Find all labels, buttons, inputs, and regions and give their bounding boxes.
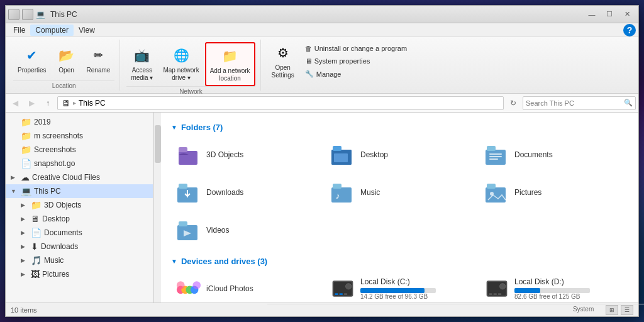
svg-rect-11 bbox=[489, 158, 498, 160]
forward-button[interactable]: ▶ bbox=[25, 96, 38, 110]
maximize-button[interactable]: ☐ bbox=[601, 6, 618, 23]
svg-rect-33 bbox=[344, 293, 347, 295]
sidebar-item-screenshots2[interactable]: 📁 Screenshots bbox=[6, 143, 153, 157]
sidebar-scroll-thumb[interactable] bbox=[155, 125, 161, 163]
search-input[interactable] bbox=[526, 99, 624, 107]
title-bar: 💻 This PC — ☐ ✕ bbox=[6, 6, 638, 23]
svg-rect-39 bbox=[498, 293, 501, 295]
sidebar-item-downloads[interactable]: ▶ ⬇ Downloads bbox=[6, 240, 153, 253]
device-item-local-d[interactable]: Local Disk (D:) 82.6 GB free of 125 GB bbox=[479, 272, 628, 303]
folders-section-header[interactable]: ▼ Folders (7) bbox=[171, 123, 628, 132]
open-icon: 📂 bbox=[57, 45, 77, 65]
close-button[interactable]: ✕ bbox=[618, 6, 636, 23]
ribbon-add-network-button[interactable]: 📁 Add a networklocation bbox=[205, 42, 255, 86]
sidebar: 📁 2019 📁 m screenshots 📁 Screenshots 📄 s… bbox=[6, 113, 153, 303]
folder-item-videos[interactable]: Videos bbox=[171, 214, 320, 247]
quick-access-1[interactable] bbox=[8, 9, 19, 20]
rename-icon: ✏ bbox=[88, 45, 108, 65]
folder-icon: 📁 bbox=[31, 200, 42, 210]
sidebar-item-2019[interactable]: 📁 2019 bbox=[6, 115, 153, 129]
sidebar-scrollbar[interactable] bbox=[153, 113, 161, 303]
devices-section-header[interactable]: ▼ Devices and drives (3) bbox=[171, 257, 628, 266]
pc-icon: 💻 bbox=[21, 186, 31, 196]
menu-computer[interactable]: Computer bbox=[30, 25, 74, 36]
pictures-info: Pictures bbox=[514, 188, 541, 197]
sidebar-item-screenshots[interactable]: 📁 m screenshots bbox=[6, 129, 153, 143]
expand-icon: ▶ bbox=[21, 257, 28, 264]
devices-chevron-icon: ▼ bbox=[171, 258, 177, 265]
folders-grid: 3D Objects Desktop bbox=[171, 138, 628, 247]
ribbon-rename-button[interactable]: ✏ Rename bbox=[82, 42, 115, 77]
cloud-icon: ☁ bbox=[21, 172, 30, 182]
help-button[interactable]: ? bbox=[623, 24, 636, 36]
sidebar-label-snapshot: snapshot.go bbox=[34, 159, 75, 168]
system-props-label: System properties bbox=[314, 57, 370, 65]
ribbon-manage-button[interactable]: 🔧 Manage bbox=[301, 69, 411, 79]
minimize-button[interactable]: — bbox=[583, 6, 601, 23]
music-name: Music bbox=[360, 188, 380, 197]
open-label: Open bbox=[58, 67, 74, 74]
folder-item-music[interactable]: ♪ Music bbox=[325, 176, 474, 209]
sidebar-item-music[interactable]: ▶ 🎵 Music bbox=[6, 253, 153, 267]
documents-name: Documents bbox=[514, 150, 553, 159]
network-buttons: 📺 Accessmedia ▾ 🌐 Map networkdrive ▾ 📁 A… bbox=[126, 40, 255, 86]
menu-view[interactable]: View bbox=[74, 25, 100, 36]
ribbon-open-button[interactable]: 📂 Open bbox=[52, 42, 81, 77]
ribbon-access-media-button[interactable]: 📺 Accessmedia ▾ bbox=[126, 42, 157, 85]
ribbon-properties-button[interactable]: ✔ Properties bbox=[13, 42, 51, 77]
ribbon-open-settings-button[interactable]: ⚙ OpenSettings bbox=[267, 40, 299, 82]
sidebar-item-this-pc[interactable]: ▼ 💻 This PC bbox=[6, 184, 153, 198]
ribbon: ✔ Properties 📂 Open ✏ Rename Location 📺 bbox=[6, 37, 638, 94]
sidebar-item-snapshot[interactable]: 📄 snapshot.go bbox=[6, 157, 153, 170]
folder-item-documents[interactable]: Documents bbox=[479, 138, 628, 171]
ribbon-system-props-button[interactable]: 🖥 System properties bbox=[301, 56, 411, 66]
sidebar-item-3d-objects[interactable]: ▶ 📁 3D Objects bbox=[6, 198, 153, 212]
svg-rect-32 bbox=[340, 293, 343, 295]
sidebar-label-3d-objects: 3D Objects bbox=[44, 201, 81, 209]
svg-text:♪: ♪ bbox=[336, 191, 340, 201]
music-info: Music bbox=[360, 188, 380, 197]
quick-access-2[interactable] bbox=[22, 9, 33, 20]
device-item-icloud[interactable]: iCloud Photos bbox=[171, 272, 320, 303]
back-button[interactable]: ◀ bbox=[8, 96, 22, 110]
svg-point-28 bbox=[192, 281, 201, 289]
3d-objects-info: 3D Objects bbox=[206, 150, 243, 159]
svg-point-40 bbox=[500, 284, 506, 289]
sidebar-item-documents[interactable]: ▶ 📄 Documents bbox=[6, 226, 153, 240]
icloud-icon bbox=[176, 276, 201, 301]
folder-item-pictures[interactable]: Pictures bbox=[479, 176, 628, 209]
menu-file[interactable]: File bbox=[8, 25, 30, 36]
address-field[interactable]: 🖥 ▸ This PC bbox=[57, 96, 504, 110]
local-d-info: Local Disk (D:) 82.6 GB free of 125 GB bbox=[514, 277, 590, 300]
access-media-icon: 📺 bbox=[132, 45, 152, 65]
device-item-local-c[interactable]: Local Disk (C:) 14.2 GB free of 96.3 GB bbox=[325, 272, 474, 303]
videos-name: Videos bbox=[206, 226, 229, 235]
sidebar-item-desktop[interactable]: ▶ 🖥 Desktop bbox=[6, 212, 153, 226]
icloud-name: iCloud Photos bbox=[206, 284, 253, 293]
access-media-label: Accessmedia ▾ bbox=[131, 67, 153, 82]
sidebar-item-pictures[interactable]: ▶ 🖼 Pictures bbox=[6, 267, 153, 281]
refresh-button[interactable]: ↻ bbox=[506, 96, 520, 110]
search-box[interactable]: 🔍 bbox=[523, 96, 636, 110]
sidebar-label-documents: Documents bbox=[44, 228, 82, 237]
ribbon-map-network-button[interactable]: 🌐 Map networkdrive ▾ bbox=[158, 42, 203, 85]
svg-rect-2 bbox=[179, 147, 187, 152]
folder-item-desktop[interactable]: Desktop bbox=[325, 138, 474, 171]
folder-item-3d-objects[interactable]: 3D Objects bbox=[171, 138, 320, 171]
properties-label: Properties bbox=[18, 67, 47, 74]
videos-info: Videos bbox=[206, 226, 229, 235]
sidebar-item-creative-cloud[interactable]: ▶ ☁ Creative Cloud Files bbox=[6, 170, 153, 184]
system-props-icon: 🖥 bbox=[305, 57, 312, 65]
svg-rect-17 bbox=[486, 187, 506, 203]
music-folder-icon: ♪ bbox=[330, 180, 355, 205]
3d-objects-name: 3D Objects bbox=[206, 150, 243, 159]
ribbon-uninstall-button[interactable]: 🗑 Uninstall or change a program bbox=[301, 43, 411, 53]
explorer-window: 💻 This PC — ☐ ✕ File Computer View ? ✔ P… bbox=[5, 5, 639, 317]
folder-item-downloads[interactable]: Downloads bbox=[171, 176, 320, 209]
sidebar-label-this-pc: This PC bbox=[34, 187, 61, 196]
up-button[interactable]: ↑ bbox=[41, 96, 55, 110]
sidebar-label-music: Music bbox=[44, 256, 64, 265]
ribbon-group-network: 📺 Accessmedia ▾ 🌐 Map networkdrive ▾ 📁 A… bbox=[121, 40, 260, 91]
status-item-count: 10 items bbox=[11, 306, 37, 314]
local-d-bar bbox=[514, 288, 590, 293]
